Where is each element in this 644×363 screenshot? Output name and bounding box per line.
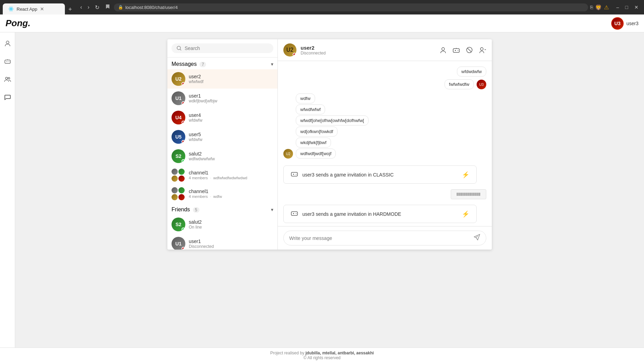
chat-input-wrapper (283, 231, 486, 245)
search-input-wrapper[interactable] (172, 43, 273, 53)
recv-bubbles-col-1: wdfw wfwdfwfwf wfwdf[ohe[ofhw[owhfw[dofh… (296, 93, 369, 159)
header-username: user3 (626, 21, 638, 26)
friend-item-salut2[interactable]: S2 salut2 On line (167, 215, 277, 234)
maximize-btn[interactable]: □ (623, 4, 631, 11)
game-invite-hardmode[interactable]: user3 sends a game invitation in HARDMOD… (283, 205, 477, 223)
recv-avatar-1: U2 (283, 149, 293, 159)
chat-input-area (278, 226, 492, 250)
view-profile-btn[interactable] (439, 46, 447, 54)
friend-avatar-user1: U1 (172, 237, 185, 250)
ch1b-av1 (172, 187, 178, 193)
conv-preview-channel1a: 4 members · wdfwfwdfwdwfwdwd (189, 175, 273, 180)
nav-controls: ‹ › ↻ (77, 2, 103, 13)
bookmark-btn[interactable] (105, 4, 112, 11)
message-input[interactable] (289, 235, 471, 241)
friends-section-title: Friends 5 (172, 206, 199, 213)
conv-info-user4: user4 wfdwfw (189, 112, 273, 123)
sidebar-item-chat[interactable] (2, 92, 13, 103)
own-avatar: U3 (477, 80, 486, 89)
svg-line-12 (467, 48, 471, 52)
chat-status: Disconnected (301, 51, 435, 56)
conv-item-user2[interactable]: U2 user2 wfwfwdf (167, 69, 277, 89)
conv-item-channel1a[interactable]: channel1 4 members · wdfwfwdfwdwfwdwd (167, 166, 277, 184)
sidebar-item-profile[interactable] (2, 38, 13, 49)
back-btn[interactable]: ‹ (78, 3, 84, 11)
conv-item-user5[interactable]: U5 user5 wfdwfw (167, 127, 277, 147)
recv-msg-row-1: U2 wdfw wfwdfwfwf wfwdf[ohe[ofhw[owhfw[d… (283, 93, 486, 159)
sidebar-item-friends[interactable] (2, 74, 13, 85)
chat-username: user2 (301, 45, 435, 51)
tab-close-btn[interactable]: ✕ (40, 6, 44, 12)
friend-item-user1[interactable]: U1 user1 Disconnected (167, 234, 277, 250)
game-invite-icon-hard (291, 209, 298, 219)
search-input[interactable] (185, 46, 269, 51)
share-icon[interactable]: ⎘ (590, 4, 593, 10)
tab-bar: React App ✕ + (3, 0, 75, 14)
conv-name-user2: user2 (189, 74, 273, 79)
friend-status-salut2 (182, 228, 185, 231)
own-response-bubble: llllllllllllllllllllllll (451, 189, 486, 199)
conv-info-salut2: salut2 wdfwdwwfwfw (189, 151, 273, 161)
friend-info-user1: user1 Disconnected (189, 239, 273, 249)
refresh-btn[interactable]: ↻ (93, 3, 101, 11)
header-avatar: U3 (611, 17, 624, 30)
browser-chrome: React App ✕ + ‹ › ↻ 🔒 localhost:8080/cha… (0, 0, 644, 14)
friends-count: 5 (193, 207, 199, 213)
browser-tab[interactable]: React App ✕ (3, 3, 65, 14)
chat-right: U2 user2 Disconnected (278, 39, 492, 250)
ch1a-av3 (172, 175, 178, 182)
recv-bubble-6: wdfwdfjwdf[wojf (296, 149, 336, 159)
friend-name-user1: user1 (189, 239, 273, 244)
recv-bubble-3: wfwdf[ohe[ofhw[owhfw[dofhwfw[ (296, 115, 369, 125)
friends-toggle[interactable]: ▾ (271, 207, 273, 212)
content-area: Messages 7 ▾ U2 user2 wfwfwdf (15, 32, 644, 347)
sidebar-item-game[interactable] (2, 56, 13, 67)
svg-point-6 (6, 77, 8, 79)
conv-name-user5: user5 (189, 132, 273, 137)
conv-name-salut2: salut2 (189, 151, 273, 157)
ch1b-av2 (178, 187, 185, 193)
conv-item-user4[interactable]: U4 user4 wfdwfw (167, 108, 277, 127)
brave-icon[interactable]: 🦁 (595, 4, 602, 11)
footer-authors: jdubilla, mtellal, antbarbi, aessakhi (305, 351, 374, 355)
game-invite-classic[interactable]: user3 sends a game invitation in CLASSIC… (283, 165, 477, 184)
svg-rect-15 (291, 172, 297, 176)
own-bubbles-col-2: fwfwfwdfw (445, 79, 474, 89)
app-header: Pong. U3 user3 (0, 14, 644, 32)
invite-game-btn[interactable] (452, 46, 460, 54)
lightning-icon-hardmode: ⚡ (462, 210, 469, 218)
own-bubble-1: wfdwdwfw (457, 67, 486, 77)
conv-item-salut2[interactable]: S2 salut2 wdfwdwwfwfw (167, 147, 277, 166)
conv-item-channel1b[interactable]: channel1 4 members · wdfw (167, 184, 277, 203)
conv-avatar-user4: U4 (172, 111, 185, 124)
own-bubble-2: fwfwfwdfw (445, 79, 474, 89)
alert-icon[interactable]: ⚠ (604, 4, 609, 11)
remove-friend-btn[interactable] (479, 46, 486, 54)
new-tab-btn[interactable]: + (66, 4, 75, 14)
address-bar[interactable]: 🔒 localhost:8080/chat/user/4 (114, 3, 588, 11)
footer-rights: © All rights reserved (3, 355, 641, 360)
minimize-btn[interactable]: – (614, 4, 622, 11)
conv-avatar-user1: U1 (172, 91, 185, 105)
close-btn[interactable]: ✕ (632, 4, 641, 11)
conv-name-user4: user4 (189, 112, 273, 118)
friend-status-text-salut2: On line (189, 225, 273, 230)
sidebar-icons (0, 32, 15, 347)
search-icon (176, 46, 182, 51)
conv-preview-user1: wdkfjbwd[wfbjw (189, 99, 273, 103)
conv-item-user1[interactable]: U1 user1 wdkfjbwd[wfbjw (167, 89, 277, 108)
send-button[interactable] (474, 234, 480, 242)
svg-rect-5 (5, 60, 10, 63)
footer-text: Project realised by jdubilla, mtellal, a… (3, 351, 641, 355)
svg-point-7 (8, 78, 10, 79)
conv-info-channel1b: channel1 4 members · wdfw (189, 189, 273, 199)
conv-preview-channel1b: 4 members · wdfw (189, 194, 273, 199)
messages-toggle[interactable]: ▾ (271, 61, 273, 67)
conv-avatar-salut2: S2 (172, 149, 185, 163)
game-invite-text-hardmode: user3 sends a game invitation in HARDMOD… (302, 211, 458, 217)
forward-btn[interactable]: › (86, 3, 91, 11)
block-user-btn[interactable] (466, 46, 473, 54)
conv-panel: Messages 7 ▾ U2 user2 wfwfwdf (167, 39, 278, 250)
svg-rect-16 (291, 212, 297, 215)
friend-status-text-user1: Disconnected (189, 244, 273, 249)
